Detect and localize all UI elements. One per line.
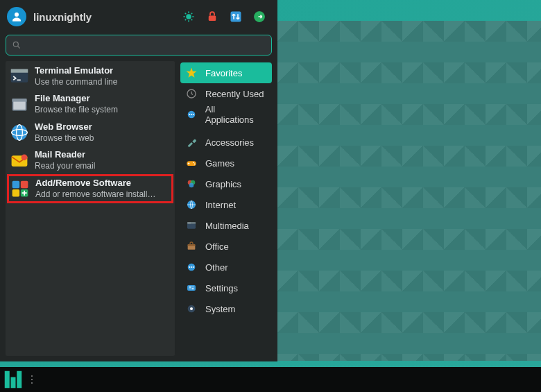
- start-button[interactable]: [2, 368, 24, 391]
- switch-user-button[interactable]: [229, 10, 243, 24]
- taskbar-separator: [31, 379, 33, 380]
- svg-point-6: [13, 42, 18, 46]
- lock-icon: [206, 10, 218, 23]
- settings-button[interactable]: [182, 10, 196, 24]
- app-item-web-browser[interactable]: Web Browser Browse the web: [6, 119, 175, 146]
- category-spacer: [180, 125, 272, 132]
- category-favorites[interactable]: Favorites: [180, 62, 272, 83]
- svg-rect-12: [12, 99, 27, 101]
- app-text: Terminal Emulator Use the command line: [35, 65, 171, 87]
- svg-point-26: [193, 114, 194, 115]
- app-item-terminal-emulator[interactable]: Terminal Emulator Use the command line: [6, 62, 175, 90]
- category-accessories[interactable]: Accessories: [180, 132, 272, 153]
- app-desc: Read your email: [35, 161, 171, 172]
- favorites-app-list: Terminal Emulator Use the command line F…: [6, 61, 175, 356]
- category-label: Games: [205, 158, 234, 169]
- svg-rect-9: [11, 69, 28, 73]
- svg-point-13: [12, 125, 28, 141]
- lightbulb-icon: [182, 10, 195, 23]
- category-label: Settings: [205, 283, 238, 293]
- office-icon: [184, 239, 198, 253]
- tools-icon: [184, 135, 198, 149]
- lock-button[interactable]: [205, 10, 219, 24]
- svg-point-28: [193, 162, 194, 163]
- app-item-add-remove-software[interactable]: Add/Remove Software Add or remove softwa…: [7, 174, 173, 203]
- category-label: Internet: [205, 200, 236, 210]
- svg-rect-51: [5, 371, 10, 389]
- search-icon: [12, 40, 22, 50]
- category-label: Graphics: [205, 179, 241, 189]
- multimedia-icon: [184, 219, 198, 232]
- category-recently-used[interactable]: Recently Used: [180, 83, 272, 104]
- clock-icon: [184, 87, 198, 101]
- svg-point-43: [193, 266, 194, 268]
- app-title: Add/Remove Software: [35, 178, 170, 189]
- app-desc: Use the command line: [35, 77, 171, 88]
- other-icon: [184, 260, 198, 274]
- category-label: Multimedia: [205, 221, 249, 231]
- svg-rect-2: [209, 16, 216, 22]
- terminal-icon: [10, 67, 29, 86]
- user-icon: [10, 10, 23, 23]
- wallpaper-pattern: [277, 21, 541, 361]
- app-text: Web Browser Browse the web: [35, 121, 171, 144]
- menu-header: linuxnightly: [0, 0, 277, 33]
- files-icon: [10, 95, 29, 114]
- svg-rect-3: [231, 12, 241, 22]
- search-input[interactable]: [26, 40, 266, 51]
- internet-icon: [184, 198, 198, 212]
- category-all-applications[interactable]: All Applications: [180, 104, 272, 125]
- category-office[interactable]: Office: [180, 236, 272, 257]
- svg-point-36: [188, 223, 189, 223]
- app-desc: Browse the web: [35, 133, 171, 144]
- category-label: Recently Used: [205, 89, 264, 99]
- logout-button[interactable]: [252, 10, 266, 24]
- svg-point-17: [22, 154, 28, 160]
- svg-point-24: [189, 114, 190, 115]
- svg-point-50: [190, 307, 193, 310]
- graphics-icon: [184, 177, 198, 191]
- username-label: linuxnightly: [33, 11, 182, 23]
- category-settings[interactable]: Settings: [180, 278, 272, 298]
- svg-point-29: [194, 163, 196, 164]
- logout-icon: [253, 10, 266, 23]
- svg-line-7: [18, 46, 20, 49]
- category-other[interactable]: Other: [180, 257, 272, 278]
- svg-point-1: [186, 14, 191, 19]
- category-label: Favorites: [205, 68, 242, 78]
- svg-point-41: [189, 266, 190, 268]
- app-title: Terminal Emulator: [35, 65, 171, 77]
- category-games[interactable]: Games: [180, 153, 272, 173]
- header-actions: [182, 10, 270, 24]
- svg-point-32: [189, 183, 194, 188]
- category-label: All Applications: [205, 104, 265, 125]
- svg-point-37: [189, 223, 190, 223]
- svg-rect-19: [21, 181, 28, 189]
- settings-icon: [184, 281, 198, 295]
- app-title: File Manager: [35, 93, 171, 105]
- category-system[interactable]: System: [180, 298, 272, 319]
- web-icon: [10, 123, 29, 142]
- app-item-file-manager[interactable]: File Manager Browse the file system: [6, 90, 175, 118]
- apps-icon: [184, 108, 198, 121]
- category-label: System: [205, 304, 235, 314]
- category-label: Office: [205, 241, 229, 252]
- avatar[interactable]: [7, 7, 26, 26]
- category-multimedia[interactable]: Multimedia: [180, 215, 272, 236]
- svg-rect-52: [11, 377, 16, 389]
- svg-point-25: [191, 114, 192, 115]
- category-graphics[interactable]: Graphics: [180, 173, 272, 194]
- category-internet[interactable]: Internet: [180, 194, 272, 215]
- svg-point-42: [191, 266, 192, 268]
- svg-rect-18: [12, 181, 20, 189]
- svg-rect-20: [12, 189, 20, 197]
- mail-icon: [10, 151, 29, 171]
- app-item-mail-reader[interactable]: Mail Reader Read your email: [6, 146, 175, 174]
- search-box[interactable]: [6, 35, 272, 56]
- svg-rect-39: [188, 244, 196, 246]
- desktop-background: linuxnightly: [0, 0, 541, 392]
- search-row: [0, 33, 277, 61]
- category-label: Accessories: [205, 137, 254, 148]
- app-title: Web Browser: [35, 121, 171, 133]
- software-icon: [10, 179, 30, 198]
